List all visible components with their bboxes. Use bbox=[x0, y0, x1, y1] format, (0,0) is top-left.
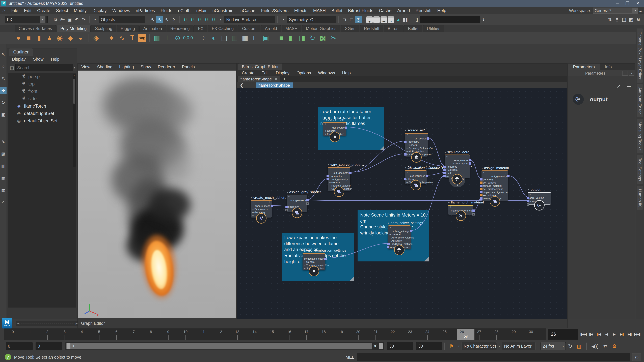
menu-item[interactable]: Edit bbox=[24, 8, 32, 13]
port-in[interactable] bbox=[326, 178, 329, 180]
viewport-menu-shading[interactable]: Shading bbox=[97, 64, 112, 69]
go-to-start-button[interactable]: ▮◀◀ bbox=[580, 330, 587, 339]
port-out[interactable] bbox=[349, 172, 352, 174]
poly-pyramid-icon[interactable]: ◆ bbox=[66, 33, 75, 43]
port-in-bool[interactable] bbox=[480, 194, 482, 196]
frame-label[interactable]: 5 bbox=[98, 330, 100, 334]
chevron-down-icon[interactable]: ▼ bbox=[632, 8, 638, 13]
mute-audio-icon[interactable]: ◀)) bbox=[591, 343, 598, 349]
frame-label[interactable]: 10 bbox=[184, 330, 188, 334]
port-in-bool[interactable] bbox=[480, 188, 482, 190]
port-out[interactable] bbox=[410, 230, 412, 232]
shelf-tab[interactable]: Motion Graphics bbox=[302, 25, 340, 32]
frame-label[interactable]: 25 bbox=[442, 330, 446, 334]
graph-node-assign-gray-shader[interactable]: assign_gray_shader ▼⋮ out_geometry geome… bbox=[286, 195, 308, 212]
add-port-icon[interactable]: + bbox=[306, 202, 309, 205]
chevron-down-icon[interactable]: ▼ bbox=[73, 66, 76, 69]
graph-editor-strip[interactable]: Graph Editor bbox=[78, 319, 568, 328]
chevron-down-icon[interactable]: ▼ bbox=[498, 345, 500, 348]
layout-four-pane[interactable]: ▦ bbox=[0, 174, 6, 182]
shelf-tab[interactable]: Custom bbox=[238, 25, 260, 32]
graph-node-create-mesh-sphere[interactable]: create_mesh_sphere ▼⋮ sphere_mesh + Dime… bbox=[251, 200, 272, 218]
frame-label[interactable]: 13 bbox=[235, 330, 239, 334]
selection-filter-icon[interactable]: ⬚ bbox=[10, 65, 14, 70]
tab-flameTorchShape[interactable]: flameTorchShape ✕ bbox=[238, 76, 280, 82]
menu-item[interactable]: Redshift bbox=[416, 8, 432, 13]
shelf-tab[interactable]: Rigging bbox=[117, 25, 139, 32]
bifrost-menu-create[interactable]: Create bbox=[242, 70, 254, 75]
viewport-menu-view[interactable]: View bbox=[81, 64, 90, 69]
film-icon-icon[interactable]: ▣ bbox=[261, 33, 271, 43]
chevron-down-icon[interactable]: ▼ bbox=[458, 345, 460, 348]
port-out[interactable] bbox=[345, 126, 347, 129]
menu-item[interactable]: MASH bbox=[313, 8, 326, 13]
list-item[interactable]: ◎defaultLightSet bbox=[8, 110, 76, 117]
outliner-search-input[interactable] bbox=[16, 64, 73, 71]
list-item[interactable]: 🎥︎top bbox=[8, 80, 76, 88]
scroll-left-icon[interactable]: ◀ bbox=[17, 322, 19, 325]
step-back-frame-button[interactable]: ▮◀ bbox=[595, 330, 602, 339]
frame-label[interactable]: 14 bbox=[252, 330, 256, 334]
graph-node-flame-torch-material[interactable]: flame_torch_material ▼⋮ material_referen… bbox=[448, 205, 474, 215]
poly-sphere-icon[interactable]: ● bbox=[14, 33, 23, 43]
render-region-icon[interactable]: ▨ bbox=[0, 150, 6, 158]
render-current-frame-icon[interactable] bbox=[373, 16, 380, 23]
select-object-icon[interactable]: ↖ bbox=[156, 16, 163, 23]
workspace-select[interactable]: General* ▼ bbox=[593, 7, 638, 13]
chevron-down-icon[interactable]: ▼ bbox=[92, 16, 98, 23]
outliner-menu-display[interactable]: Display bbox=[12, 57, 26, 62]
render-settings-icon[interactable]: ⚙ bbox=[388, 16, 394, 23]
coords-icon-icon[interactable]: 0,0,0 bbox=[183, 33, 193, 43]
render-icon[interactable]: ◉ bbox=[366, 16, 373, 23]
port-out[interactable] bbox=[507, 175, 510, 177]
poly-helix-icon[interactable]: ∿ bbox=[117, 33, 127, 43]
outliner-scrollbar[interactable]: ▲ bbox=[72, 73, 76, 167]
scroll-up-icon[interactable]: ▲ bbox=[73, 74, 75, 77]
kebab-icon[interactable]: ⋮ bbox=[268, 201, 270, 204]
grid3-icon-icon[interactable]: ▦ bbox=[240, 33, 250, 43]
sidebar-tab-human-ik[interactable]: Human IK bbox=[637, 186, 643, 210]
grid-icon-icon[interactable]: ▤ bbox=[219, 33, 229, 43]
layout-two-pane[interactable]: ▥ bbox=[0, 162, 6, 170]
step-forward-key-button[interactable]: ▶▮ bbox=[626, 330, 633, 339]
port-out[interactable] bbox=[271, 205, 273, 207]
script-editor-icon[interactable]: {;} bbox=[632, 353, 641, 361]
port-in-multi[interactable]: ⋯ bbox=[326, 175, 330, 177]
projector-icon-icon[interactable]: ⊥ bbox=[162, 33, 172, 43]
lasso-select-tool[interactable]: ◌ bbox=[0, 63, 6, 70]
tab-info[interactable]: Info bbox=[600, 63, 617, 70]
shelf-tab[interactable]: Curves / Surfaces bbox=[15, 25, 56, 32]
angle-icon-icon[interactable]: ∟ bbox=[250, 33, 260, 43]
play-forwards-button[interactable]: ▶ bbox=[611, 330, 618, 339]
snap-icon-icon[interactable]: ✂ bbox=[328, 33, 338, 43]
port-in[interactable] bbox=[286, 206, 288, 208]
frame-label[interactable]: 23 bbox=[408, 330, 412, 334]
lasso-icon-icon[interactable]: ◌ bbox=[198, 33, 208, 43]
platonic-solid-icon[interactable]: ◈ bbox=[91, 33, 101, 43]
port-in[interactable] bbox=[404, 178, 406, 180]
ipr-render-icon[interactable]: IPR bbox=[380, 16, 387, 23]
command-line-input[interactable] bbox=[357, 353, 630, 361]
quick-rename-input[interactable] bbox=[420, 16, 480, 23]
frame-label[interactable]: 4 bbox=[81, 330, 83, 334]
port-in[interactable] bbox=[527, 200, 529, 202]
frame-label[interactable]: 18 bbox=[322, 330, 326, 334]
list-item[interactable]: 🎥︎persp bbox=[8, 73, 76, 80]
sidebar-tab-attribute-editor[interactable]: Attribute Editor bbox=[637, 84, 643, 117]
port-in-multi[interactable]: ⋯ bbox=[404, 153, 406, 156]
viewport-menu-show[interactable]: Show bbox=[140, 64, 151, 69]
current-frame-field[interactable] bbox=[548, 329, 578, 340]
add-port-icon[interactable]: + bbox=[472, 213, 475, 216]
port-out[interactable] bbox=[324, 258, 326, 260]
anim-layer-select[interactable]: No Anim Layer bbox=[502, 342, 536, 350]
frame-label[interactable]: 7 bbox=[133, 330, 135, 334]
shelf-tab[interactable]: Animation bbox=[139, 25, 166, 32]
hypershade-icon[interactable]: ◕ bbox=[395, 16, 402, 23]
sort-icon[interactable]: ⇅ bbox=[606, 16, 614, 23]
poly-star-icon[interactable]: ∗ bbox=[107, 33, 116, 43]
frame-label[interactable]: 0 bbox=[12, 330, 14, 334]
step-back-key-button[interactable]: ▮◀ bbox=[588, 330, 594, 339]
viewport-menu-renderer[interactable]: Renderer bbox=[158, 64, 175, 69]
graph-node-dissipation-influence[interactable]: Dissipation influence "voxel_fog_density… bbox=[405, 170, 427, 184]
close-tab-icon[interactable]: ✕ bbox=[274, 77, 278, 81]
